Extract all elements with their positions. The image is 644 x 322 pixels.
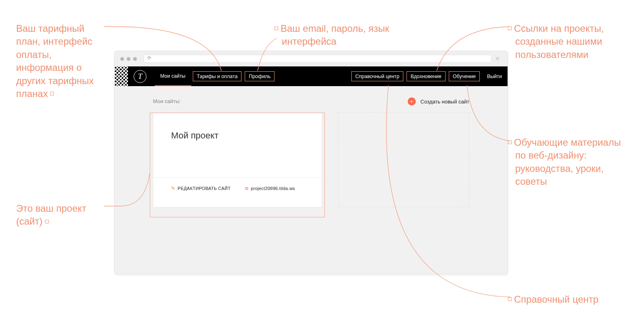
project-url-link[interactable]: ⧉project20896.tilda.ws [245, 186, 295, 191]
nav-learning[interactable]: Обучение [447, 66, 481, 86]
annotation-project: Это ваш проект (сайт) [16, 202, 101, 228]
annotation-learning: Обучающие материалы по веб-дизайну: руко… [515, 136, 632, 188]
annotation-inspiration: Ссылки на проекты, созданные нашими поль… [515, 22, 632, 61]
content-area: Мои сайты: + Создать новый сайт Мой прое… [115, 86, 508, 274]
nav-logout[interactable]: Выйти [481, 66, 508, 86]
browser-window: ≡ T Мои сайты Тарифы и оплата Профиль Сп… [114, 51, 508, 275]
project-card[interactable]: Мой проект ✎РЕДАКТИРОВАТЬ САЙТ ⧉project2… [153, 112, 322, 207]
nav-help[interactable]: Справочный центр [350, 66, 405, 86]
logo-icon[interactable]: T [134, 70, 147, 83]
nav-my-sites[interactable]: Мои сайты [155, 66, 191, 86]
annotation-help: Справочный центр [515, 293, 632, 306]
create-site-button[interactable]: + Создать новый сайт [408, 97, 470, 105]
window-dot [120, 57, 124, 61]
hamburger-icon[interactable]: ≡ [495, 56, 502, 62]
pencil-icon: ✎ [171, 186, 175, 191]
nav-inspiration[interactable]: Вдохновение [405, 66, 447, 86]
window-dot [127, 57, 130, 61]
plus-icon: + [408, 97, 416, 105]
external-link-icon: ⧉ [245, 186, 248, 191]
nav-tariffs[interactable]: Тарифы и оплата [191, 66, 243, 86]
nav-profile[interactable]: Профиль [243, 66, 276, 86]
pattern-decoration [115, 66, 128, 86]
browser-titlebar: ≡ [115, 51, 508, 66]
create-site-label: Создать новый сайт [421, 99, 470, 105]
url-bar[interactable] [144, 55, 491, 63]
top-nav: T Мои сайты Тарифы и оплата Профиль Спра… [115, 66, 508, 86]
project-title: Мой проект [171, 130, 304, 141]
empty-slot [338, 112, 469, 207]
window-dot [133, 57, 137, 61]
annotation-tariffs: Ваш тарифный план, интерфейс оплаты, инф… [16, 22, 101, 100]
annotation-profile: Ваш email, пароль, язык интерфейса [282, 22, 402, 48]
edit-site-link[interactable]: ✎РЕДАКТИРОВАТЬ САЙТ [171, 186, 231, 191]
